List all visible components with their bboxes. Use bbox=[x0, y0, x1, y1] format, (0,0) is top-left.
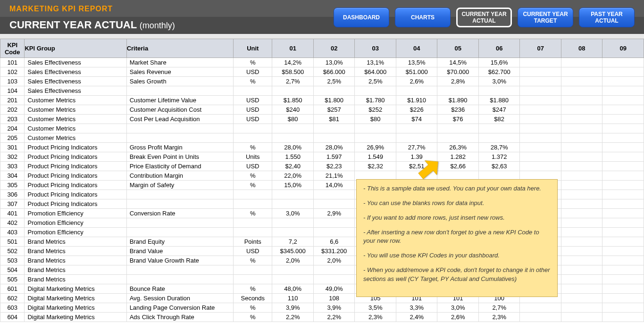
cell[interactable] bbox=[520, 77, 561, 86]
cell[interactable]: 503 bbox=[0, 256, 25, 265]
cell[interactable]: 101 bbox=[0, 58, 25, 67]
cell[interactable]: 28,0% bbox=[313, 143, 355, 152]
cell[interactable]: 2,5% bbox=[313, 77, 355, 86]
cell[interactable]: 603 bbox=[0, 303, 25, 313]
cell[interactable]: $247 bbox=[478, 105, 520, 115]
cell[interactable]: $66.000 bbox=[313, 67, 355, 77]
cell[interactable] bbox=[602, 284, 644, 294]
cell[interactable]: 203 bbox=[0, 115, 25, 124]
cell[interactable]: $1.890 bbox=[437, 96, 479, 105]
cell[interactable] bbox=[561, 105, 602, 115]
cell[interactable] bbox=[561, 294, 602, 303]
cell[interactable]: 103 bbox=[0, 77, 25, 86]
cell[interactable]: Brand Value Growth Rate bbox=[126, 256, 233, 265]
cell[interactable] bbox=[602, 58, 644, 67]
nav-button-0[interactable]: DASHBOARD bbox=[334, 8, 389, 27]
cell[interactable]: 2,6% bbox=[437, 313, 479, 322]
cell[interactable]: 505 bbox=[0, 275, 25, 284]
cell[interactable]: 13,1% bbox=[355, 58, 396, 67]
cell[interactable]: Customer Metrics bbox=[25, 105, 126, 115]
cell[interactable]: Brand Metrics bbox=[25, 247, 126, 256]
cell[interactable]: % bbox=[234, 256, 272, 265]
cell[interactable]: % bbox=[234, 303, 272, 313]
col-header[interactable]: 04 bbox=[396, 39, 437, 58]
col-header[interactable]: KPI Group bbox=[25, 39, 126, 58]
cell[interactable] bbox=[520, 58, 561, 67]
cell[interactable] bbox=[561, 143, 602, 152]
cell[interactable] bbox=[602, 237, 644, 247]
cell[interactable] bbox=[234, 218, 272, 228]
cell[interactable]: Bounce Rate bbox=[126, 284, 233, 294]
cell[interactable]: 104 bbox=[0, 86, 25, 96]
cell[interactable]: Ads Click Through Rate bbox=[126, 313, 233, 322]
cell[interactable] bbox=[602, 181, 644, 190]
cell[interactable]: $82 bbox=[478, 115, 520, 124]
cell[interactable] bbox=[234, 86, 272, 96]
col-header[interactable]: KPI Code bbox=[0, 39, 25, 58]
cell[interactable] bbox=[396, 86, 437, 96]
cell[interactable]: 2,7% bbox=[478, 303, 520, 313]
cell[interactable]: Sales Effectiveness bbox=[25, 86, 126, 96]
cell[interactable]: Market Share bbox=[126, 58, 233, 67]
cell[interactable] bbox=[437, 124, 479, 133]
cell[interactable] bbox=[561, 181, 602, 190]
cell[interactable]: Customer Metrics bbox=[25, 115, 126, 124]
cell[interactable]: Digital Marketing Metrics bbox=[25, 294, 126, 303]
cell[interactable]: 48,0% bbox=[272, 284, 314, 294]
cell[interactable]: $1.780 bbox=[355, 96, 396, 105]
cell[interactable]: Customer Metrics bbox=[25, 96, 126, 105]
cell[interactable] bbox=[561, 313, 602, 322]
cell[interactable]: 204 bbox=[0, 124, 25, 133]
cell[interactable]: 14,2% bbox=[272, 58, 314, 67]
cell[interactable] bbox=[520, 124, 561, 133]
cell[interactable]: % bbox=[234, 143, 272, 152]
cell[interactable] bbox=[561, 124, 602, 133]
cell[interactable] bbox=[561, 256, 602, 265]
cell[interactable] bbox=[272, 86, 314, 96]
cell[interactable]: % bbox=[234, 77, 272, 86]
cell[interactable]: 21,1% bbox=[313, 171, 355, 181]
nav-button-2[interactable]: CURRENT YEAR ACTUAL bbox=[456, 8, 512, 27]
cell[interactable]: 401 bbox=[0, 209, 25, 218]
cell[interactable] bbox=[520, 313, 561, 322]
cell[interactable]: Promotion Efficiency bbox=[25, 209, 126, 218]
cell[interactable]: 1.282 bbox=[437, 152, 479, 162]
cell[interactable]: 305 bbox=[0, 181, 25, 190]
cell[interactable]: Points bbox=[234, 237, 272, 247]
cell[interactable] bbox=[602, 228, 644, 237]
cell[interactable] bbox=[602, 247, 644, 256]
cell[interactable]: 3,9% bbox=[313, 303, 355, 313]
cell[interactable]: $345.000 bbox=[272, 247, 314, 256]
cell[interactable]: $226 bbox=[396, 105, 437, 115]
cell[interactable]: 1.550 bbox=[272, 152, 314, 162]
cell[interactable] bbox=[437, 133, 479, 143]
cell[interactable]: 601 bbox=[0, 284, 25, 294]
cell[interactable]: Customer Lifetime Value bbox=[126, 96, 233, 105]
cell[interactable] bbox=[313, 218, 355, 228]
cell[interactable] bbox=[561, 162, 602, 171]
cell[interactable]: Conversion Rate bbox=[126, 209, 233, 218]
col-header[interactable]: Unit bbox=[234, 39, 272, 58]
cell[interactable]: % bbox=[234, 58, 272, 67]
col-header[interactable]: 06 bbox=[478, 39, 520, 58]
cell[interactable]: $80 bbox=[272, 115, 314, 124]
cell[interactable] bbox=[234, 124, 272, 133]
cell[interactable] bbox=[313, 199, 355, 209]
col-header[interactable]: 01 bbox=[272, 39, 314, 58]
cell[interactable] bbox=[602, 86, 644, 96]
col-header[interactable]: 07 bbox=[520, 39, 561, 58]
cell[interactable]: Product Pricing Indicators bbox=[25, 190, 126, 199]
cell[interactable] bbox=[126, 218, 233, 228]
cell[interactable]: Sales Revenue bbox=[126, 67, 233, 77]
col-header[interactable]: 09 bbox=[602, 39, 644, 58]
cell[interactable] bbox=[561, 265, 602, 275]
cell[interactable]: USD bbox=[234, 162, 272, 171]
cell[interactable]: 14,5% bbox=[437, 58, 479, 67]
cell[interactable] bbox=[313, 133, 355, 143]
cell[interactable]: $1.910 bbox=[396, 96, 437, 105]
cell[interactable] bbox=[234, 228, 272, 237]
cell[interactable] bbox=[602, 67, 644, 77]
cell[interactable]: Product Pricing Indicators bbox=[25, 162, 126, 171]
cell[interactable]: 14,0% bbox=[313, 181, 355, 190]
cell[interactable] bbox=[602, 171, 644, 181]
